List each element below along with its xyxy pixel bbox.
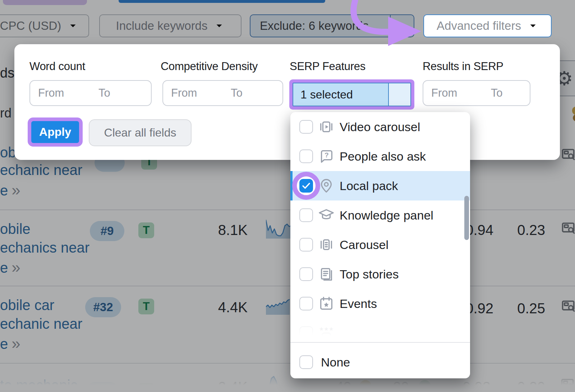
carousel-icon	[318, 236, 335, 253]
reviews-stars-icon	[318, 325, 335, 341]
serp-features-selected-value: 1 selected	[293, 83, 388, 106]
serp-feature-option-top-stories[interactable]: Top stories	[290, 259, 470, 289]
checkbox[interactable]	[299, 355, 313, 369]
video-carousel-icon	[318, 119, 335, 135]
advanced-filters-panel: Word count Competitive Density SERP Feat…	[14, 44, 560, 160]
people-also-ask-icon	[318, 148, 335, 165]
serp-feature-option-events[interactable]: Events	[290, 289, 470, 318]
option-label: Carousel	[340, 238, 388, 252]
serp-feature-option-video-carousel[interactable]: Video carousel	[290, 112, 470, 142]
word-count-label: Word count	[29, 60, 85, 73]
advanced-filters-label: Advanced filters	[437, 19, 521, 33]
dropdown-scrollbar[interactable]	[464, 196, 469, 240]
serp-features-select[interactable]: 1 selected	[293, 83, 411, 106]
word-count-to-input[interactable]	[91, 81, 151, 105]
dropdown-separator	[290, 342, 470, 343]
close-icon	[394, 89, 405, 100]
serp-feature-option-people-also-ask[interactable]: People also ask	[290, 142, 470, 171]
annotation-arrow	[316, 0, 431, 50]
serp-features-label: SERP Features	[290, 60, 365, 73]
serp-features-dropdown: Video carouselPeople also askLocal packK…	[290, 112, 470, 378]
word-count-range	[29, 80, 152, 106]
clear-all-fields-button[interactable]: Clear all fields	[89, 119, 192, 146]
word-count-from-input[interactable]	[30, 81, 91, 105]
competitive-density-label: Competitive Density	[161, 60, 258, 73]
apply-button[interactable]: Apply	[31, 121, 79, 143]
checkbox[interactable]	[299, 149, 313, 163]
serp-feature-option-local-pack[interactable]: Local pack	[290, 171, 470, 200]
option-label: Events	[340, 297, 377, 311]
checkbox[interactable]	[299, 208, 313, 222]
results-in-serp-to-input[interactable]	[483, 81, 530, 105]
serp-feature-option-none[interactable]: None	[290, 347, 470, 377]
results-in-serp-label: Results in SERP	[423, 60, 503, 73]
events-icon	[318, 295, 335, 312]
checkbox[interactable]	[299, 297, 313, 310]
competitive-density-from-input[interactable]	[163, 81, 223, 105]
checkbox[interactable]	[299, 120, 313, 134]
checkbox[interactable]	[299, 267, 313, 281]
keyword-tool-screen: CPC (USD) Include keywords Exclude: 6 ke…	[0, 0, 575, 392]
option-label: Top stories	[340, 267, 399, 281]
competitive-density-to-input[interactable]	[223, 81, 282, 105]
option-label: None	[321, 355, 350, 369]
chevron-down-icon	[528, 20, 538, 31]
local-pack-icon	[318, 177, 335, 194]
checkbox[interactable]	[299, 326, 313, 340]
option-label: People also ask	[340, 149, 426, 163]
option-label: Knowledge panel	[340, 208, 433, 222]
checkmark-icon	[300, 180, 312, 192]
checkbox[interactable]	[299, 179, 313, 193]
results-in-serp-from-input[interactable]	[423, 81, 483, 105]
top-stories-icon	[318, 266, 335, 282]
serp-feature-option-partial[interactable]	[290, 318, 470, 348]
serp-features-clear-button[interactable]	[388, 83, 410, 106]
option-label: Video carousel	[340, 120, 420, 134]
checkbox[interactable]	[299, 238, 313, 252]
advanced-filters-button[interactable]: Advanced filters	[423, 14, 552, 37]
results-in-serp-range	[423, 80, 530, 106]
serp-feature-option-knowledge-panel[interactable]: Knowledge panel	[290, 200, 470, 230]
knowledge-panel-icon	[318, 207, 335, 223]
competitive-density-range	[162, 80, 283, 106]
option-label: Local pack	[340, 179, 398, 193]
serp-feature-option-carousel[interactable]: Carousel	[290, 230, 470, 259]
